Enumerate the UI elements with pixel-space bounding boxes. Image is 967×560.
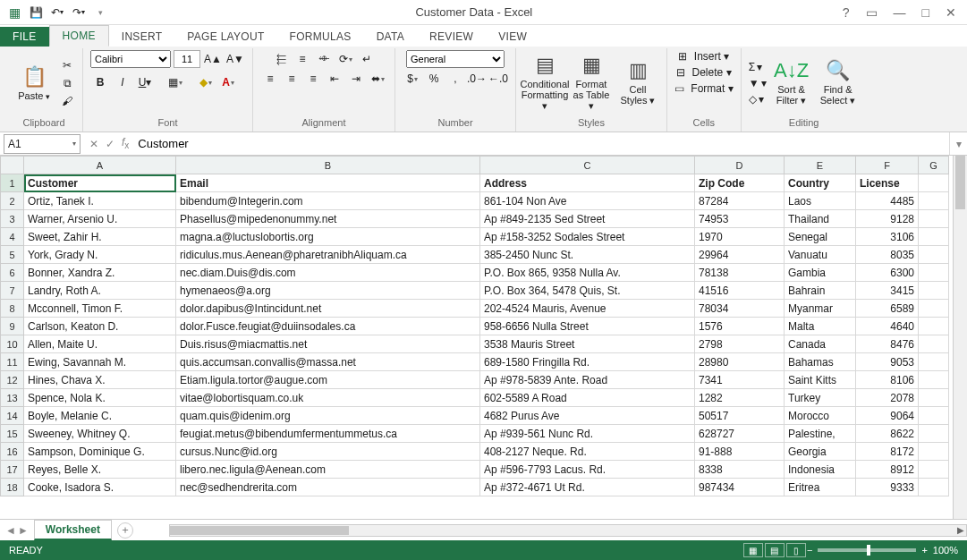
cell-A2[interactable]: Ortiz, Tanek I. [24,192,176,210]
cell-C18[interactable]: Ap #372-4671 Ut Rd. [480,479,695,496]
cell-D15[interactable]: 628727 [695,425,785,443]
cell-G10[interactable] [919,335,949,353]
zoom-slider[interactable] [818,548,916,552]
row-header-17[interactable]: 17 [1,461,24,479]
cell-E10[interactable]: Canada [785,335,856,353]
cell-F17[interactable]: 8912 [856,461,919,479]
cell-E8[interactable]: Myanmar [785,300,856,318]
cell-C9[interactable]: 958-6656 Nulla Street [480,318,695,335]
align-left-icon[interactable]: ≡ [260,70,280,88]
row-header-11[interactable]: 11 [1,353,24,371]
new-sheet-button[interactable]: ＋ [117,522,133,539]
cell-B6[interactable]: nec.diam.Duis@dis.com [176,264,480,282]
cell-A3[interactable]: Warner, Arsenio U. [24,210,176,228]
cell-styles-button[interactable]: ▥Cell Styles ▾ [616,52,659,115]
cell-D11[interactable]: 28980 [695,353,785,371]
row-header-7[interactable]: 7 [1,282,24,300]
formula-input[interactable] [136,135,949,152]
cancel-formula-icon[interactable]: ✕ [89,138,98,150]
format-cells-button[interactable]: ▭ Format ▾ [674,82,734,95]
cell-B9[interactable]: dolor.Fusce.feugiat@duiinsodales.ca [176,318,480,335]
zoom-in-button[interactable]: + [921,545,927,556]
cell-F4[interactable]: 3106 [856,228,919,246]
cell-D18[interactable]: 987434 [695,479,785,496]
cell-C7[interactable]: P.O. Box 364, 5478 Quis, St. [480,282,695,300]
cell-A6[interactable]: Bonner, Xandra Z. [24,264,176,282]
cell-B2[interactable]: bibendum@Integerin.com [176,192,480,210]
row-header-9[interactable]: 9 [1,318,24,335]
merge-center-icon[interactable]: ⬌▾ [368,70,387,88]
help-icon[interactable]: ? [839,5,853,20]
cell-A13[interactable]: Spence, Nola K. [24,389,176,407]
border-button[interactable]: ▦▾ [165,73,185,91]
cell-E11[interactable]: Bahamas [785,353,856,371]
cell-F18[interactable]: 9333 [856,479,919,496]
cell-A11[interactable]: Ewing, Savannah M. [24,353,176,371]
cell-F2[interactable]: 4485 [856,192,919,210]
save-icon[interactable]: 💾 [27,4,45,21]
cell-F14[interactable]: 9064 [856,407,919,425]
cell-C15[interactable]: Ap #939-561 Nunc Rd. [480,425,695,443]
find-select-button[interactable]: 🔍Find & Select ▾ [817,52,860,115]
cut-icon[interactable]: ✂ [59,57,75,73]
cell-A17[interactable]: Reyes, Belle X. [24,461,176,479]
undo-icon[interactable]: ↶▾ [48,4,66,21]
name-box[interactable]: A1▾ [4,134,81,154]
underline-button[interactable]: U▾ [135,73,155,91]
cell-A9[interactable]: Carlson, Keaton D. [24,318,176,335]
zoom-out-button[interactable]: − [807,545,812,556]
hscroll-thumb[interactable] [170,526,349,535]
cell-A12[interactable]: Hines, Chava X. [24,371,176,389]
cell-G15[interactable] [919,425,949,443]
tab-formulas[interactable]: FORMULAS [277,27,364,47]
cell-E2[interactable]: Laos [785,192,856,210]
redo-icon[interactable]: ↷▾ [70,4,88,21]
col-header-B[interactable]: B [176,157,480,174]
cell-F9[interactable]: 4640 [856,318,919,335]
row-header-4[interactable]: 4 [1,228,24,246]
row-header-8[interactable]: 8 [1,300,24,318]
col-header-F[interactable]: F [856,157,919,174]
cell-E14[interactable]: Morocco [785,407,856,425]
view-pagelayout-icon[interactable]: ▤ [765,543,785,557]
qat-customize-icon[interactable]: ▾ [91,4,109,21]
cell-E4[interactable]: Senegal [785,228,856,246]
cell-F16[interactable]: 8172 [856,443,919,461]
sheet-tab-worksheet[interactable]: Worksheet [34,520,112,540]
cell-G8[interactable] [919,300,949,318]
cell-D16[interactable]: 91-888 [695,443,785,461]
cell-F7[interactable]: 3415 [856,282,919,300]
row-header-5[interactable]: 5 [1,246,24,264]
cell-F10[interactable]: 8476 [856,335,919,353]
cell-A16[interactable]: Sampson, Dominique G. [24,443,176,461]
cell-A10[interactable]: Allen, Maite U. [24,335,176,353]
format-painter-icon[interactable]: 🖌 [59,93,75,109]
cell-F5[interactable]: 8035 [856,246,919,264]
cell-D9[interactable]: 1576 [695,318,785,335]
worksheet-grid[interactable]: ABCDEFG1CustomerEmailAddressZip CodeCoun… [0,156,967,519]
tab-pagelayout[interactable]: PAGE LAYOUT [174,27,276,47]
tab-data[interactable]: DATA [364,27,417,47]
maximize-icon[interactable]: □ [919,5,933,20]
row-header-2[interactable]: 2 [1,192,24,210]
cell-B15[interactable]: feugiat.metus@bibendumfermentummetus.ca [176,425,480,443]
decrease-indent-icon[interactable]: ⇤ [325,70,344,88]
cell-G5[interactable] [919,246,949,264]
cell-E7[interactable]: Bahrain [785,282,856,300]
cell-E1[interactable]: Country [785,174,856,192]
cell-C2[interactable]: 861-104 Non Ave [480,192,695,210]
col-header-C[interactable]: C [480,157,695,174]
insert-cells-button[interactable]: ⊞ Insert ▾ [678,50,729,63]
conditional-formatting-button[interactable]: ▤Conditional Formatting ▾ [523,52,566,115]
cell-D13[interactable]: 1282 [695,389,785,407]
cell-C17[interactable]: Ap #596-7793 Lacus. Rd. [480,461,695,479]
font-size-input[interactable] [174,50,200,68]
row-header-18[interactable]: 18 [1,479,24,496]
cell-F6[interactable]: 6300 [856,264,919,282]
cell-B5[interactable]: ridiculus.mus.Aenean@pharetranibhAliquam… [176,246,480,264]
cell-A18[interactable]: Cooke, Isadora S. [24,479,176,496]
cell-C14[interactable]: 4682 Purus Ave [480,407,695,425]
increase-decimal-icon[interactable]: .0→ [467,70,487,88]
cell-B13[interactable]: vitae@lobortisquam.co.uk [176,389,480,407]
cell-E6[interactable]: Gambia [785,264,856,282]
